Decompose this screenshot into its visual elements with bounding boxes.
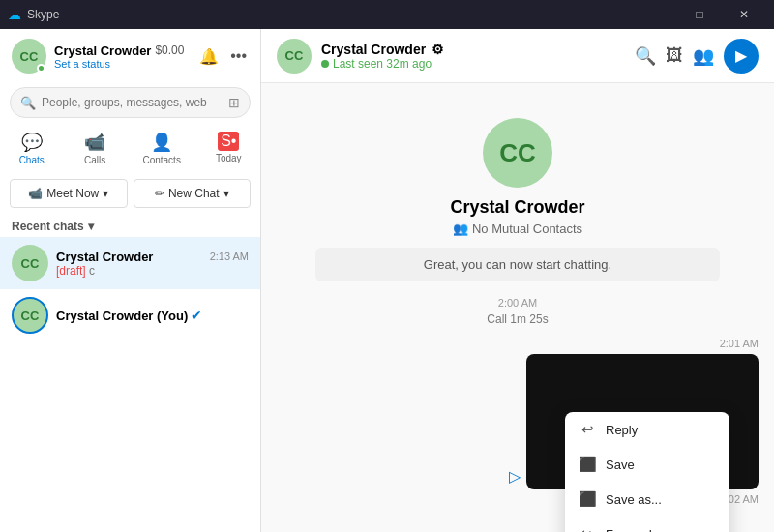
profile-card-avatar: CC [483, 118, 552, 188]
status-dot [321, 60, 329, 68]
action-buttons: 📹 Meet Now ▾ ✏ New Chat ▾ [0, 175, 260, 216]
message-row-video: 2:01 AM [277, 336, 759, 350]
settings-icon[interactable]: ⚙ [432, 42, 444, 57]
profile-header: CC Crystal Crowder $0.00 Set a status 🔔 … [0, 29, 260, 83]
context-menu-forward[interactable]: ↪ Forward [565, 517, 729, 532]
bell-icon[interactable]: 🔔 [197, 45, 221, 68]
mutual-contacts: 👥 No Mutual Contacts [453, 222, 582, 236]
video-message-container: ▷ ↩ Reply ⬛ Save ⬛ Save as... [277, 354, 759, 489]
reply-icon: ↩ [579, 421, 596, 438]
meet-now-button[interactable]: 📹 Meet Now ▾ [10, 179, 128, 208]
video-call-icon: ▶ [735, 46, 747, 65]
profile-card-name: Crystal Crowder [450, 197, 584, 218]
maximize-button[interactable]: □ [677, 0, 722, 29]
more-icon[interactable]: ••• [228, 45, 249, 67]
last-seen-text: Last seen 32m ago [333, 57, 432, 71]
message-timestamp-2: 2:01 AM [720, 336, 759, 350]
forward-icon: ↪ [579, 525, 596, 532]
profile-icons: 🔔 ••• [197, 45, 249, 68]
profile-info: Crystal Crowder $0.00 Set a status [54, 44, 197, 70]
recent-chats-label: Recent chats ▾ [0, 216, 260, 237]
avatar[interactable]: CC [12, 39, 46, 74]
video-icon: 📹 [28, 187, 43, 200]
chat-body: CC Crystal Crowder 👥 No Mutual Contacts … [261, 83, 774, 532]
video-call-button[interactable]: ▶ [724, 39, 759, 74]
titlebar: ☁ Skype — □ ✕ [0, 0, 774, 29]
draft-label: [draft] [56, 264, 86, 278]
search-bar[interactable]: 🔍 ⊞ [10, 87, 251, 118]
main-panel: CC Crystal Crowder ⚙ Last seen 32m ago 🔍… [261, 29, 774, 532]
chat-header-name-text: Crystal Crowder [321, 42, 426, 57]
tab-today[interactable]: S• Today [205, 128, 252, 169]
new-chat-button[interactable]: ✏ New Chat ▾ [134, 179, 252, 208]
recent-chevron: ▾ [88, 220, 94, 233]
edit-icon: ✏ [155, 187, 164, 200]
chat-avatar-crystal-you: CC [12, 297, 48, 334]
chat-info-crystal: Crystal Crowder 2:13 AM [draft] c [56, 250, 249, 278]
app-title: Skype [27, 8, 59, 21]
chat-list: CC Crystal Crowder 2:13 AM [draft] c CC [0, 237, 260, 532]
context-menu-save[interactable]: ⬛ Save [565, 447, 729, 482]
search-chat-icon[interactable]: 🔍 [635, 45, 656, 67]
profile-balance: $0.00 [155, 44, 184, 57]
save-as-icon: ⬛ [579, 490, 596, 508]
online-indicator [37, 64, 45, 73]
profile-card: CC Crystal Crowder 👥 No Mutual Contacts [277, 99, 759, 248]
tab-calls[interactable]: 📹 Calls [72, 128, 118, 169]
gallery-icon[interactable]: 🖼 [666, 45, 683, 66]
chat-header-avatar: CC [277, 39, 312, 74]
header-icons: 🔍 🖼 👥 ▶ [635, 39, 759, 74]
message-timestamp-1: 2:00 AM [277, 297, 759, 309]
chat-header: CC Crystal Crowder ⚙ Last seen 32m ago 🔍… [261, 29, 774, 83]
today-icon: S• [218, 132, 239, 151]
chat-item-crystal-you[interactable]: CC Crystal Crowder (You) ✔ [0, 289, 260, 341]
search-icon: 🔍 [20, 96, 36, 110]
tab-chats[interactable]: 💬 Chats [9, 128, 55, 169]
contacts-icon: 👤 [151, 132, 172, 153]
context-menu-reply[interactable]: ↩ Reply [565, 412, 729, 447]
chat-item-crystal[interactable]: CC Crystal Crowder 2:13 AM [draft] c [0, 237, 260, 289]
chat-dropdown-icon: ▾ [223, 187, 229, 200]
calls-icon: 📹 [84, 132, 105, 153]
chats-icon: 💬 [21, 132, 43, 153]
grid-icon[interactable]: ⊞ [228, 95, 240, 110]
start-chat-banner: Great, you can now start chatting. [315, 248, 720, 281]
skype-icon: ☁ [8, 7, 21, 22]
send-arrow-icon: ▷ [509, 467, 521, 486]
chat-name-crystal-you: Crystal Crowder (You) [56, 309, 188, 323]
chat-info-crystal-you: Crystal Crowder (You) ✔ [56, 308, 249, 323]
save-icon: ⬛ [579, 456, 596, 473]
nav-tabs: 💬 Chats 📹 Calls 👤 Contacts S• Today [0, 124, 260, 175]
profile-status[interactable]: Set a status [54, 58, 197, 70]
minimize-button[interactable]: — [633, 0, 677, 29]
contacts-icon2: 👥 [453, 222, 468, 236]
verified-icon: ✔ [191, 308, 202, 323]
meet-dropdown-icon: ▾ [103, 187, 108, 200]
context-menu-save-as[interactable]: ⬛ Save as... [565, 482, 729, 517]
chat-time-crystal: 2:13 AM [210, 251, 249, 262]
chat-header-info: Crystal Crowder ⚙ Last seen 32m ago [321, 42, 635, 71]
call-info: Call 1m 25s [277, 312, 759, 326]
search-input[interactable] [42, 96, 223, 109]
context-menu: ↩ Reply ⬛ Save ⬛ Save as... ↪ Forward [565, 412, 729, 532]
add-contact-icon[interactable]: 👥 [693, 45, 714, 67]
chat-name-crystal: Crystal Crowder [56, 250, 153, 264]
tab-contacts[interactable]: 👤 Contacts [134, 128, 188, 169]
window-controls: — □ ✕ [633, 0, 766, 29]
chat-avatar-crystal: CC [12, 245, 48, 281]
sidebar: CC Crystal Crowder $0.00 Set a status 🔔 … [0, 29, 261, 532]
profile-name: Crystal Crowder [54, 44, 151, 58]
close-button[interactable]: ✕ [722, 0, 766, 29]
chat-preview-text: c [89, 264, 95, 278]
